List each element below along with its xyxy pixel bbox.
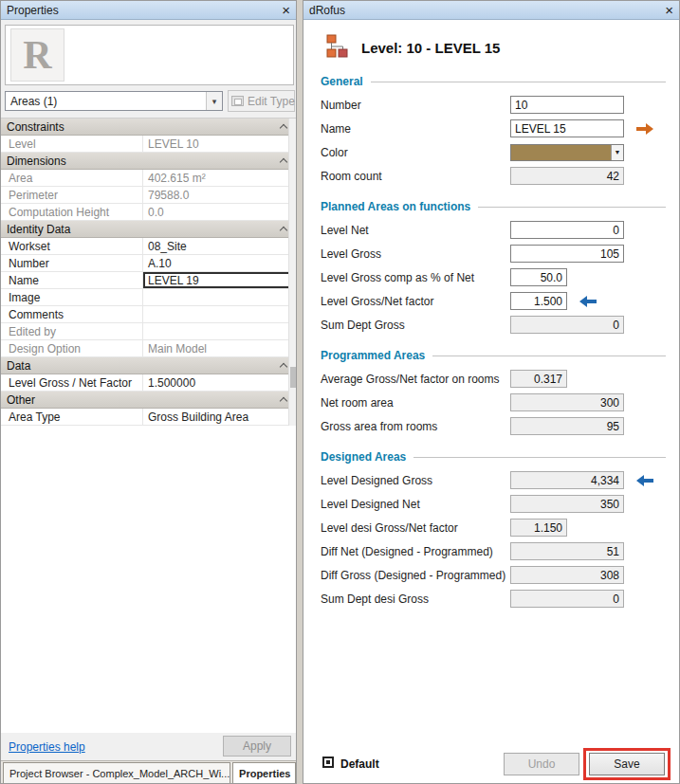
property-label-edited-by: Edited by	[1, 323, 143, 339]
property-label-image: Image	[1, 289, 143, 305]
properties-titlebar: Properties ×	[1, 1, 296, 20]
room-count-input[interactable]	[510, 167, 624, 185]
field-row-gross-area-from-rooms: Gross area from rooms	[303, 414, 679, 438]
level-designed-net-input[interactable]	[510, 495, 624, 513]
field-label: Level Gross/Net factor	[321, 295, 510, 308]
type-selector-value: Areas (1)	[6, 95, 206, 108]
property-label-area: Area	[1, 170, 143, 186]
property-label-perimeter: Perimeter	[1, 187, 143, 203]
tab-properties[interactable]: Properties	[232, 762, 296, 783]
number-input[interactable]	[510, 96, 624, 114]
net-room-area-input[interactable]	[510, 393, 624, 411]
close-icon[interactable]: ×	[665, 3, 673, 17]
field-label: Level Net	[321, 224, 510, 237]
gross-area-from-rooms-input[interactable]	[510, 417, 624, 435]
scrollbar[interactable]	[288, 119, 296, 426]
sum-dept-desi-gross-input[interactable]	[510, 590, 624, 608]
drofus-sections: GeneralNumberNameColor▼Room countPlanned…	[303, 75, 679, 611]
property-row: Edited by	[1, 323, 296, 340]
collapse-chevron-icon[interactable]	[280, 363, 287, 371]
grid-section-other[interactable]: Other	[1, 392, 296, 409]
undo-button[interactable]: Undo	[504, 753, 579, 775]
level-gross-comp-as-of-net-input[interactable]	[510, 268, 567, 286]
level-title: Level: 10 - LEVEL 15	[361, 40, 500, 56]
default-control[interactable]: Default	[322, 756, 379, 772]
properties-help-link[interactable]: Properties help	[9, 740, 85, 754]
section-divider	[478, 207, 666, 208]
collapse-chevron-icon[interactable]	[280, 397, 287, 405]
grid-section-identity-data[interactable]: Identity Data	[1, 221, 296, 238]
section-title: General	[321, 75, 363, 88]
pull-left-arrow-icon[interactable]	[635, 474, 654, 487]
type-selector[interactable]: Areas (1) ▾	[5, 91, 223, 111]
level-gross-input[interactable]	[510, 245, 624, 263]
field-row-level-gross: Level Gross	[303, 242, 679, 265]
property-value-area[interactable]: 402.615 m²	[143, 170, 296, 186]
field-label: Name	[321, 122, 510, 136]
save-button[interactable]: Save	[589, 753, 665, 775]
field-label: Average Gross/Net factor on rooms	[321, 373, 510, 386]
field-label: Level desi Gross/Net factor	[321, 521, 510, 535]
drofus-level-icon	[324, 34, 350, 61]
property-value-name[interactable]: LEVEL 19	[143, 272, 296, 288]
field-label: Gross area from rooms	[321, 420, 510, 433]
property-value-image[interactable]	[143, 289, 296, 305]
section-header-programmed-areas: Programmed Areas	[321, 349, 666, 362]
field-label: Diff Gross (Designed - Programmed)	[321, 569, 510, 582]
level-gross-net-factor-input[interactable]	[510, 292, 567, 310]
property-value-level-gross-net-factor[interactable]: 1.500000	[143, 374, 296, 391]
grid-section-label: Identity Data	[7, 223, 281, 236]
property-label-workset: Workset	[1, 238, 143, 254]
property-value-level[interactable]: LEVEL 10	[143, 136, 296, 152]
property-value-number[interactable]: A.10	[143, 255, 296, 271]
swatch-dropdown-icon[interactable]: ▼	[611, 145, 623, 160]
section-title: Planned Areas on functions	[321, 200, 470, 213]
property-value-comments[interactable]	[143, 306, 296, 322]
level-desi-gross-net-factor-input[interactable]	[510, 519, 567, 537]
grid-section-dimensions[interactable]: Dimensions	[1, 153, 296, 170]
section-title: Designed Areas	[321, 450, 406, 464]
property-value-workset[interactable]: 08_Site	[143, 238, 296, 254]
name-input[interactable]	[510, 119, 624, 137]
property-value-design-option[interactable]: Main Model	[143, 340, 296, 356]
tab-project-browser-complex-model-[interactable]: Project Browser - Complex_Model_ARCH_Wi.…	[3, 762, 230, 783]
close-icon[interactable]: ×	[282, 3, 290, 17]
drofus-panel: dRofus × Level: 10 - LEVEL 15 GeneralNum…	[303, 0, 680, 784]
diff-gross-designed-programmed-input[interactable]	[510, 566, 624, 584]
field-label: Number	[321, 99, 510, 112]
field-label: Net room area	[321, 396, 510, 410]
section-divider	[414, 457, 666, 458]
average-gross-net-factor-on-rooms-input[interactable]	[510, 370, 567, 388]
field-row-net-room-area: Net room area	[303, 391, 679, 414]
level-designed-gross-input[interactable]	[510, 471, 624, 489]
property-value-area-type[interactable]: Gross Building Area	[143, 409, 296, 425]
drofus-footer: Default Undo Save	[303, 741, 679, 783]
field-row-diff-net-designed-programmed: Diff Net (Designed - Programmed)	[303, 539, 679, 563]
grid-section-constraints[interactable]: Constraints	[1, 119, 296, 136]
revit-logo: R	[23, 32, 51, 78]
chevron-down-icon[interactable]: ▾	[206, 92, 222, 110]
collapse-chevron-icon[interactable]	[280, 227, 287, 234]
default-icon	[322, 756, 335, 772]
sum-dept-gross-input[interactable]	[510, 316, 624, 334]
property-row: Comments	[1, 306, 296, 323]
edit-type-button[interactable]: Edit Type	[228, 90, 295, 112]
push-right-arrow-icon[interactable]	[635, 122, 654, 136]
scrollbar-thumb[interactable]	[290, 367, 296, 388]
collapse-chevron-icon[interactable]	[280, 124, 287, 132]
grid-section-data[interactable]: Data	[1, 357, 296, 374]
workspace: Properties × R Areas (1) ▾ Edit Type Con…	[0, 0, 680, 784]
property-value-perimeter[interactable]: 79588.0	[143, 187, 296, 203]
apply-button[interactable]: Apply	[223, 736, 291, 757]
field-label: Diff Net (Designed - Programmed)	[321, 545, 510, 558]
pull-left-arrow-icon[interactable]	[579, 295, 597, 308]
diff-net-designed-programmed-input[interactable]	[510, 542, 624, 560]
level-header: Level: 10 - LEVEL 15	[303, 20, 679, 63]
color-swatch[interactable]: ▼	[510, 144, 624, 161]
property-value-computation-height[interactable]: 0.0	[143, 204, 296, 220]
collapse-chevron-icon[interactable]	[280, 158, 287, 166]
bottom-tabs: Project Browser - Complex_Model_ARCH_Wi.…	[1, 760, 296, 783]
property-label-number: Number	[1, 255, 143, 271]
property-value-edited-by[interactable]	[143, 323, 296, 339]
level-net-input[interactable]	[510, 221, 624, 239]
